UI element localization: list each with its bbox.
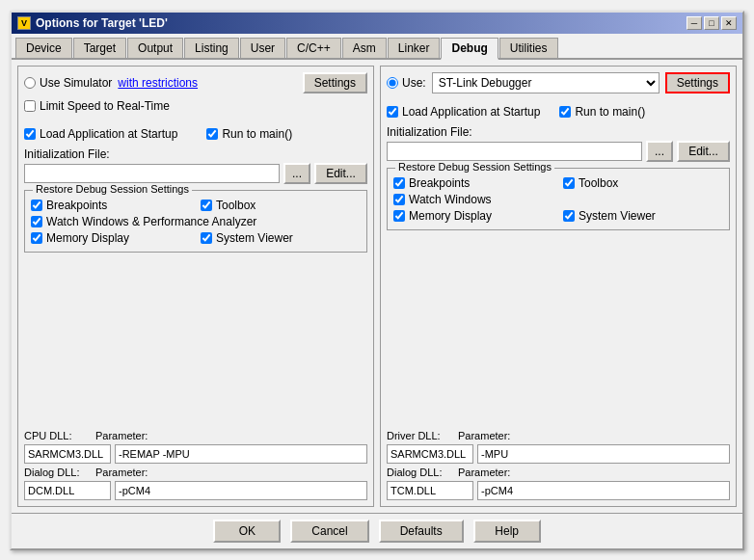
left-memory-label: Memory Display: [46, 231, 129, 245]
left-panel: Use Simulator with restrictions Settings…: [17, 66, 374, 507]
left-breakpoints-label: Breakpoints: [46, 199, 107, 212]
tab-user[interactable]: User: [240, 38, 285, 58]
right-init-input-row: ... Edit...: [387, 141, 730, 162]
left-dll-section: CPU DLL: Parameter: Dialog DLL: Paramete…: [24, 430, 367, 500]
tab-target[interactable]: Target: [73, 38, 126, 58]
left-restore-title: Restore Debug Session Settings: [33, 183, 192, 195]
left-cpu-dll-label: CPU DLL:: [24, 430, 92, 441]
title-controls: ─ □ ✕: [687, 16, 737, 30]
left-init-input[interactable]: [24, 164, 280, 183]
tab-cpp[interactable]: C/C++: [286, 38, 341, 58]
right-watch-checkbox[interactable]: [393, 194, 405, 205]
tab-device[interactable]: Device: [15, 38, 72, 58]
left-init-row: Initialization File: ... Edit...: [24, 147, 367, 184]
tab-debug[interactable]: Debug: [441, 38, 498, 60]
left-dialog-dll-input[interactable]: [24, 481, 111, 500]
left-breakpoints-checkbox[interactable]: [31, 200, 42, 211]
ok-button[interactable]: OK: [213, 520, 281, 543]
title-bar-left: V Options for Target 'LED': [17, 16, 168, 30]
restrictions-link[interactable]: with restrictions: [118, 76, 198, 90]
simulator-radio-label[interactable]: Use Simulator: [24, 76, 112, 90]
limit-speed-label: Limit Speed to Real-Time: [40, 99, 170, 113]
tab-utilities[interactable]: Utilities: [499, 38, 558, 58]
right-load-checkbox-row: Load Application at Startup: [387, 105, 540, 119]
left-dialog-dll-label: Dialog DLL:: [24, 467, 92, 478]
right-restore-content: Breakpoints Toolbox Watch Windows M: [393, 176, 723, 224]
right-dialog-values-row: [387, 481, 730, 500]
left-run-label: Run to main(): [222, 127, 292, 141]
help-button[interactable]: Help: [473, 520, 541, 543]
right-dialog-param-label: Parameter:: [458, 467, 521, 478]
left-settings-button[interactable]: Settings: [303, 72, 367, 93]
close-button[interactable]: ✕: [721, 16, 737, 30]
right-toolbox-checkbox[interactable]: [563, 177, 575, 189]
debugger-select[interactable]: ST-Link Debugger: [432, 72, 660, 93]
left-cpu-values-row: [24, 444, 367, 464]
right-driver-dll-input[interactable]: [387, 444, 473, 464]
left-memory-checkbox[interactable]: [31, 232, 42, 244]
right-init-input[interactable]: [387, 142, 642, 161]
left-run-checkbox[interactable]: [206, 128, 218, 140]
right-sysviewer-checkbox[interactable]: [563, 210, 575, 222]
right-restore-title: Restore Debug Session Settings: [395, 161, 554, 173]
limit-speed-checkbox[interactable]: [24, 100, 36, 112]
tab-asm[interactable]: Asm: [342, 38, 387, 58]
left-cpu-dll-input[interactable]: [24, 444, 111, 464]
defaults-button[interactable]: Defaults: [379, 520, 464, 543]
right-driver-dll-row: Driver DLL: Parameter:: [387, 430, 730, 441]
maximize-button[interactable]: □: [704, 16, 719, 30]
cancel-button[interactable]: Cancel: [290, 520, 368, 543]
left-cpu-param-label: Parameter:: [95, 430, 158, 441]
left-load-checkbox-row: Load Application at Startup: [24, 127, 177, 141]
simulator-label: Use Simulator: [40, 76, 112, 90]
left-dialog-param-input[interactable]: [115, 481, 367, 500]
left-restore-group: Restore Debug Session Settings Breakpoin…: [24, 190, 367, 253]
right-driver-param-input[interactable]: [477, 444, 730, 464]
right-breakpoints-checkbox[interactable]: [393, 177, 405, 189]
left-edit-button[interactable]: Edit...: [314, 163, 367, 184]
right-load-checkbox[interactable]: [387, 106, 398, 118]
right-init-label: Initialization File:: [387, 125, 730, 139]
right-run-checkbox-row: Run to main(): [559, 105, 645, 119]
right-load-label: Load Application at Startup: [402, 105, 540, 119]
left-restore-content: Breakpoints Toolbox Watch Windows & Perf…: [31, 199, 361, 246]
left-browse-button[interactable]: ...: [283, 163, 310, 184]
right-settings-button[interactable]: Settings: [665, 72, 730, 93]
right-dialog-dll-input[interactable]: [387, 481, 473, 500]
left-breakpoints-row: Breakpoints: [31, 199, 191, 212]
right-load-row: Load Application at Startup Run to main(…: [387, 105, 730, 120]
simulator-radio[interactable]: [24, 77, 36, 89]
right-watch-row: Watch Windows: [393, 193, 723, 206]
minimize-button[interactable]: ─: [687, 16, 702, 30]
right-memory-checkbox[interactable]: [393, 210, 405, 222]
left-load-label: Load Application at Startup: [40, 127, 177, 141]
right-edit-button[interactable]: Edit...: [677, 141, 730, 162]
left-watch-checkbox[interactable]: [31, 216, 42, 227]
simulator-row: Use Simulator with restrictions Settings: [24, 72, 367, 93]
right-init-row: Initialization File: ... Edit...: [387, 125, 730, 162]
left-toolbox-label: Toolbox: [216, 199, 256, 212]
tab-linker[interactable]: Linker: [388, 38, 441, 58]
title-bar: V Options for Target 'LED' ─ □ ✕: [12, 13, 742, 34]
right-run-checkbox[interactable]: [559, 106, 571, 118]
left-toolbox-checkbox[interactable]: [201, 200, 212, 211]
right-dialog-param-input[interactable]: [477, 481, 730, 500]
tab-listing[interactable]: Listing: [184, 38, 239, 58]
right-panel: Use: ST-Link Debugger Settings Load Appl…: [380, 66, 737, 507]
right-toolbox-row: Toolbox: [563, 176, 723, 190]
right-dialog-dll-row: Dialog DLL: Parameter:: [387, 467, 730, 478]
tab-bar: Device Target Output Listing User C/C++ …: [12, 34, 742, 60]
use-radio[interactable]: [387, 77, 398, 89]
use-radio-label[interactable]: Use:: [387, 76, 426, 90]
main-window: V Options for Target 'LED' ─ □ ✕ Device …: [10, 11, 744, 550]
left-load-checkbox[interactable]: [24, 128, 36, 140]
limit-speed-row: Limit Speed to Real-Time: [24, 99, 367, 113]
tab-output[interactable]: Output: [127, 38, 183, 58]
left-sysviewer-checkbox[interactable]: [201, 232, 212, 244]
left-dialog-param-label: Parameter:: [95, 467, 158, 478]
use-row: Use: ST-Link Debugger Settings: [387, 72, 730, 93]
right-driver-param-label: Parameter:: [458, 430, 521, 441]
app-icon: V: [17, 16, 31, 30]
right-browse-button[interactable]: ...: [646, 141, 673, 162]
left-cpu-param-input[interactable]: [115, 444, 367, 464]
